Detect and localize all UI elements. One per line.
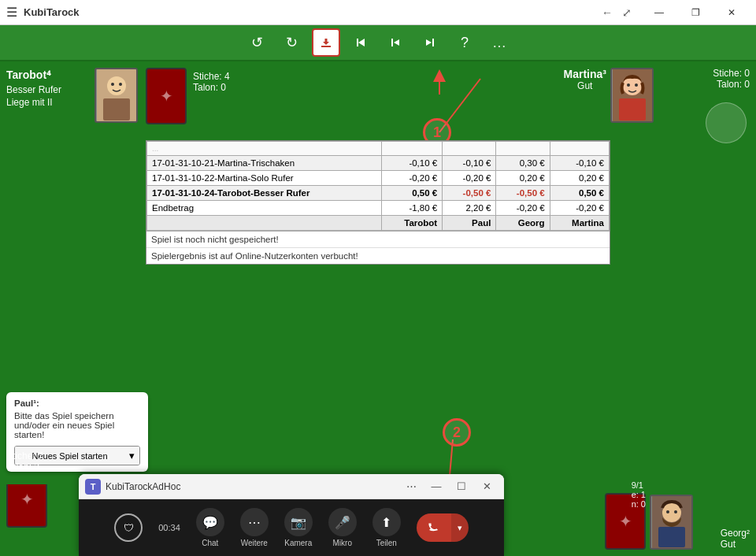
teams-icon: T xyxy=(85,479,101,495)
teams-mikro-label: Mikro xyxy=(333,539,352,547)
svg-point-8 xyxy=(119,83,122,86)
download-button[interactable] xyxy=(312,28,340,57)
bottom-right-line1: 9/1 xyxy=(632,480,646,490)
svg-point-7 xyxy=(111,83,114,86)
teams-window: T KubiTarockAdHoc ⋯ — ☐ ✕ 🛡 00:34 💬 Chat… xyxy=(79,474,504,556)
end-call-dropdown-button[interactable]: ▾ xyxy=(451,513,469,542)
window-controls: — ❐ ✕ xyxy=(641,0,750,25)
tarobot-card-info: Stiche: 4 Talon: 0 xyxy=(193,68,230,93)
more-button[interactable]: … xyxy=(485,28,513,57)
back-button[interactable]: ← xyxy=(598,5,616,20)
player-martina-info: Martina³ Gut xyxy=(564,68,606,91)
martina-avatar xyxy=(610,68,654,123)
skip-start-button[interactable] xyxy=(346,28,375,57)
undo-button[interactable]: ↺ xyxy=(243,28,271,57)
teams-minimize-button[interactable]: — xyxy=(425,476,447,498)
teams-weitere-tool[interactable]: ⋯ Weitere xyxy=(240,508,269,547)
tarobot-avatar-container xyxy=(94,68,138,123)
end-call-group: ▾ xyxy=(417,513,469,542)
restore-button[interactable]: ❐ xyxy=(677,0,713,25)
end-call-button[interactable] xyxy=(417,513,451,542)
martina-avatar-container xyxy=(610,68,654,123)
tarobot-avatar xyxy=(94,68,138,123)
right-stiche: Stiche: 0 xyxy=(713,68,750,79)
svg-point-17 xyxy=(674,510,677,513)
teams-call-time: 00:34 xyxy=(158,523,180,532)
bottom-left-card-img xyxy=(6,484,47,528)
annotation-circle-2: 2 xyxy=(443,418,471,447)
svg-rect-6 xyxy=(103,98,130,120)
georg-avatar xyxy=(650,495,693,550)
teams-kamera-icon: 📷 xyxy=(284,508,313,536)
right-circle-placeholder xyxy=(706,102,747,143)
minimize-button[interactable]: — xyxy=(641,0,677,25)
close-button[interactable]: ✕ xyxy=(713,0,750,25)
table-row: 17-01-31-10-22-Martina-Solo Rufer-0,20 €… xyxy=(147,171,610,186)
message-sender: Paul¹: xyxy=(14,398,140,408)
teams-window-title: KubiTarockAdHoc xyxy=(106,481,400,492)
teams-weitere-icon: ⋯ xyxy=(240,508,269,536)
tarobot-role1: Besser Rufer xyxy=(6,83,61,97)
bottom-right-line2: e: 1 xyxy=(632,490,646,499)
teams-teilen-icon: ⬆ xyxy=(372,508,401,536)
teams-kamera-tool[interactable]: 📷 Kamera xyxy=(284,508,313,547)
svg-point-12 xyxy=(635,83,638,87)
martina-name: Martina³ xyxy=(564,68,606,80)
bottom-right-line3: n: 0 xyxy=(632,499,646,509)
hamburger-menu-icon[interactable]: ☰ xyxy=(6,5,17,20)
tarobot-talon: Talon: 0 xyxy=(193,82,230,93)
right-talon: Talon: 0 xyxy=(713,79,750,90)
table-header-row: Tarobot Paul Georg Martina xyxy=(147,216,610,231)
teams-restore-button[interactable]: ☐ xyxy=(450,476,472,498)
tarobot-card-area: Stiche: 4 Talon: 0 xyxy=(146,68,230,124)
teams-chat-tool[interactable]: 💬 Chat xyxy=(196,508,224,547)
teams-security-tool[interactable]: 🛡 xyxy=(114,513,143,542)
table-row: 17-01-31-10-24-Tarobot-Besser Rufer0,50 … xyxy=(147,186,610,201)
georg-status: Gut xyxy=(721,539,750,550)
teams-toolbar: 🛡 00:34 💬 Chat ⋯ Weitere 📷 Kamera 🎤 Mikr… xyxy=(79,499,504,556)
bottom-stiche: Stiche: 7 xyxy=(6,450,43,461)
bottom-talon: Talon: 3 xyxy=(6,461,43,473)
svg-point-11 xyxy=(627,83,630,87)
tarobot-card xyxy=(146,68,187,124)
game-area: Tarobot⁴ Besser Rufer Liege mit II Stich… xyxy=(0,61,756,556)
help-button[interactable]: ? xyxy=(450,28,479,57)
prev-button[interactable] xyxy=(381,28,410,57)
tarobot-name: Tarobot⁴ xyxy=(6,68,61,83)
georg-avatar-container xyxy=(650,495,693,550)
table-row: 17-01-31-10-21-Martina-Trischaken-0,10 €… xyxy=(147,156,610,171)
message-text: Bitte das Spiel speichern und/oder ein n… xyxy=(14,411,140,439)
teams-more-button[interactable]: ⋯ xyxy=(400,476,422,498)
score-table-container: ...17-01-31-10-21-Martina-Trischaken-0,1… xyxy=(146,140,610,265)
expand-button[interactable]: ⤢ xyxy=(619,5,635,20)
teams-weitere-label: Weitere xyxy=(241,539,268,547)
teams-window-controls: ⋯ — ☐ ✕ xyxy=(400,476,498,498)
info-row-1: Spiel ist noch nicht gespeichert! xyxy=(146,231,610,247)
redo-button[interactable]: ↻ xyxy=(277,28,306,57)
player-georg-info: Georg² Gut xyxy=(721,528,750,550)
teams-teilen-tool[interactable]: ⬆ Teilen xyxy=(372,508,401,547)
new-game-dropdown-button[interactable]: ▾ xyxy=(124,447,139,465)
score-table: ...17-01-31-10-21-Martina-Trischaken-0,1… xyxy=(146,141,610,231)
right-panel-info: Stiche: 0 Talon: 0 xyxy=(713,68,750,90)
svg-point-15 xyxy=(662,503,681,522)
teams-teilen-label: Teilen xyxy=(376,539,397,547)
svg-point-16 xyxy=(666,510,669,513)
nav-controls: ← ⤢ xyxy=(598,5,635,20)
title-bar: ☰ KubiTarock ← ⤢ — ❐ ✕ xyxy=(0,0,756,25)
teams-mikro-icon: 🎤 xyxy=(328,508,357,536)
teams-kamera-label: Kamera xyxy=(284,539,312,547)
georg-name: Georg² xyxy=(721,528,750,539)
next-button[interactable] xyxy=(416,28,444,57)
teams-mikro-tool[interactable]: 🎤 Mikro xyxy=(328,508,357,547)
teams-title-bar: T KubiTarockAdHoc ⋯ — ☐ ✕ xyxy=(79,474,504,499)
toolbar: ↺ ↻ ? … xyxy=(0,25,756,61)
bottom-right-info: 9/1 e: 1 n: 0 xyxy=(632,480,646,509)
svg-rect-0 xyxy=(321,46,331,47)
svg-rect-13 xyxy=(619,98,646,120)
bottom-left-card xyxy=(6,484,47,528)
tarobot-role2: Liege mit II xyxy=(6,96,61,109)
martina-status: Gut xyxy=(564,80,606,91)
info-row-2: Spielergebnis ist auf Online-Nutzerkonte… xyxy=(146,247,610,264)
teams-close-button[interactable]: ✕ xyxy=(476,476,498,498)
